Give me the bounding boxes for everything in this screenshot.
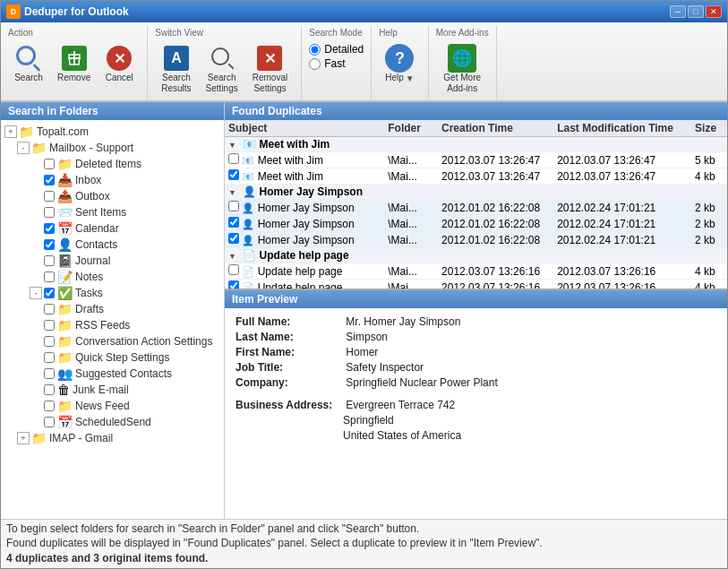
tree-item-junk[interactable]: 🗑 Junk E-mail xyxy=(1,382,224,398)
tree-item-quickstep[interactable]: 📁 Quick Step Settings xyxy=(1,349,224,366)
tree-item-imap[interactable]: + 📁 IMAP - Gmail xyxy=(1,430,224,446)
tree-item-outbox[interactable]: 📤 Outbox xyxy=(1,188,224,204)
detailed-radio[interactable] xyxy=(309,44,321,56)
tree-item-deleted[interactable]: 📁 Deleted Items xyxy=(1,156,224,172)
cancel-button[interactable]: ✕ Cancel xyxy=(98,39,140,88)
search-settings-label: SearchSettings xyxy=(206,73,238,94)
tree-item-suggested[interactable]: 👥 Suggested Contacts xyxy=(1,366,224,382)
ribbon-action-section: Action Search xyxy=(1,26,148,100)
notes-checkbox[interactable] xyxy=(44,272,55,282)
tree-item-rss[interactable]: 📁 RSS Feeds xyxy=(1,317,224,333)
suggested-checkbox[interactable] xyxy=(44,368,55,379)
junk-checkbox[interactable] xyxy=(44,384,55,395)
status-count: 4 duplicates and 3 original items found. xyxy=(6,551,722,566)
search-button[interactable]: Search xyxy=(8,39,49,88)
group-expand-homer[interactable]: ▼ xyxy=(228,188,236,197)
table-row[interactable]: 👤 Homer Jay Simpson \Mai... 2012.01.02 1… xyxy=(225,200,727,216)
group-update-label: ▼ 📄 Update help page xyxy=(225,248,727,263)
tree-item-calendar[interactable]: 📅 Calendar xyxy=(1,220,224,237)
journal-checkbox[interactable] xyxy=(44,255,55,266)
outbox-checkbox[interactable] xyxy=(44,191,55,202)
fast-radio[interactable] xyxy=(309,58,321,70)
expand-tasks[interactable]: - xyxy=(30,287,42,299)
lastname-value: Simpson xyxy=(343,331,388,343)
inbox-icon: 📥 xyxy=(57,173,73,187)
calendar-checkbox[interactable] xyxy=(44,223,55,234)
calendar-icon: 📅 xyxy=(57,221,73,236)
col-size: Size xyxy=(691,120,727,137)
table-row[interactable]: 👤 Homer Jay Simpson \Mai... 2012.01.02 1… xyxy=(225,232,727,248)
duplicates-table: Subject Folder Creation Time Last Modifi… xyxy=(225,120,727,289)
maximize-button[interactable]: □ xyxy=(688,5,704,18)
conv-checkbox[interactable] xyxy=(44,336,55,347)
help-button[interactable]: ? Help ▼ xyxy=(379,39,420,88)
row-subject: 📧 Meet with Jim xyxy=(225,152,384,168)
row-folder: \Mai... xyxy=(384,200,438,216)
get-more-addins-button[interactable]: 🌐 Get MoreAdd-ins xyxy=(437,39,487,99)
group-homer[interactable]: ▼ 👤 Homer Jay Simpson xyxy=(225,185,727,200)
right-panel: Found Duplicates Subject Folder Creation… xyxy=(225,102,727,519)
globe-icon: 🌐 xyxy=(448,44,476,73)
tree-item-notes[interactable]: 📝 Notes xyxy=(1,269,224,285)
ribbon-switchview-section: Switch View A SearchResults xyxy=(148,26,302,100)
ribbon-addins-section: More Add-ins 🌐 Get MoreAdd-ins xyxy=(429,26,497,100)
close-button[interactable]: ✕ xyxy=(706,5,722,18)
expand-topalt[interactable]: + xyxy=(4,125,17,138)
tree-item-inbox[interactable]: 📥 Inbox xyxy=(1,172,224,188)
group-update[interactable]: ▼ 📄 Update help page xyxy=(225,248,727,263)
inbox-checkbox[interactable] xyxy=(44,175,55,185)
sent-checkbox[interactable] xyxy=(44,207,55,218)
tree-item-sent[interactable]: 📨 Sent Items xyxy=(1,204,224,220)
help-label: Help xyxy=(385,73,404,83)
tree-item-topalt[interactable]: + 📁 Topalt.com xyxy=(1,124,224,140)
search-results-button[interactable]: A SearchResults xyxy=(155,39,197,99)
tasks-checkbox[interactable] xyxy=(44,288,55,298)
row-check[interactable] xyxy=(228,201,239,211)
address-label: Business Address: xyxy=(236,399,343,411)
row-check[interactable] xyxy=(228,264,239,275)
remove-button[interactable]: Remove xyxy=(51,39,97,88)
newsfeed-checkbox[interactable] xyxy=(44,401,55,411)
tree-item-journal[interactable]: 📓 Journal xyxy=(1,253,224,269)
ribbon-sections: Action Search xyxy=(1,26,727,100)
tree-item-contacts[interactable]: 👤 Contacts xyxy=(1,237,224,253)
expand-mailbox[interactable]: - xyxy=(17,142,30,154)
quickstep-checkbox[interactable] xyxy=(44,352,55,363)
deleted-checkbox[interactable] xyxy=(44,159,55,169)
found-duplicates-header: Found Duplicates xyxy=(225,102,727,120)
found-duplicates-panel: Found Duplicates Subject Folder Creation… xyxy=(225,102,727,290)
tree-item-newsfeed[interactable]: 📁 News Feed xyxy=(1,398,224,414)
addins-label: More Add-ins xyxy=(436,28,489,38)
row-folder: \Mai... xyxy=(384,216,438,232)
tree-item-drafts[interactable]: 📁 Drafts xyxy=(1,301,224,317)
tree-item-tasks[interactable]: - ✅ Tasks xyxy=(1,285,224,301)
table-row[interactable]: 📧 Meet with Jim \Mai... 2012.03.07 13:26… xyxy=(225,152,727,168)
contacts-checkbox[interactable] xyxy=(44,239,55,250)
row-check[interactable] xyxy=(228,233,239,244)
rss-checkbox[interactable] xyxy=(44,320,55,331)
row-check[interactable] xyxy=(228,280,239,289)
tree-item-scheduledsend[interactable]: 📅 ScheduledSend xyxy=(1,414,224,430)
group-expand-meet-jim[interactable]: ▼ xyxy=(228,141,236,150)
tree-item-conv[interactable]: 📁 Conversation Action Settings xyxy=(1,333,224,349)
row-check[interactable] xyxy=(228,217,239,228)
status-line1: To begin select folders for search in "S… xyxy=(6,522,722,537)
row-check[interactable] xyxy=(228,169,239,180)
search-settings-button[interactable]: SearchSettings xyxy=(200,39,244,99)
fast-option[interactable]: Fast xyxy=(309,57,364,70)
table-row[interactable]: 👤 Homer Jay Simpson \Mai... 2012.01.02 1… xyxy=(225,216,727,232)
fullname-label: Full Name: xyxy=(236,315,343,328)
table-row[interactable]: 📄 Update help page \Mai... 2012.03.07 13… xyxy=(225,263,727,280)
table-row[interactable]: 📧 Meet with Jim \Mai... 2012.03.07 13:26… xyxy=(225,168,727,185)
table-row[interactable]: 📄 Update help page \Mai... 2012.03.07 13… xyxy=(225,280,727,289)
minimize-button[interactable]: ─ xyxy=(670,5,686,18)
group-meet-jim[interactable]: ▼ 📧 Meet with Jim xyxy=(225,137,727,152)
detailed-option[interactable]: Detailed xyxy=(309,43,364,56)
removal-settings-button[interactable]: ✕ RemovalSettings xyxy=(246,39,294,99)
group-expand-update[interactable]: ▼ xyxy=(228,252,236,261)
row-check[interactable] xyxy=(228,153,239,164)
drafts-checkbox[interactable] xyxy=(44,304,55,315)
expand-imap[interactable]: + xyxy=(17,432,30,444)
scheduledsend-checkbox[interactable] xyxy=(44,417,55,427)
tree-item-mailbox[interactable]: - 📁 Mailbox - Support xyxy=(1,140,224,156)
